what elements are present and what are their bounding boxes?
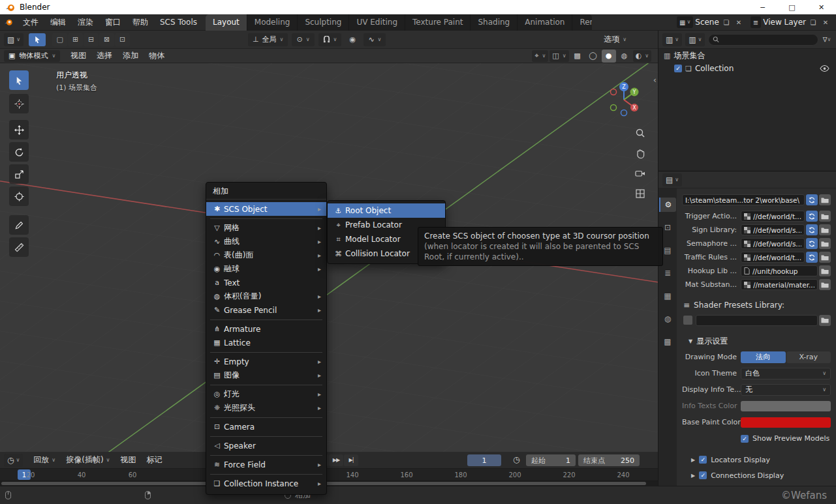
jump-to-end-button[interactable]: ▶|: [344, 454, 358, 466]
icon-theme-dropdown[interactable]: 白色∨: [741, 368, 831, 379]
browse-folder-button[interactable]: [819, 252, 831, 263]
connections-display-checkbox[interactable]: ✓: [699, 471, 707, 479]
editor-type-button[interactable]: ▧∨: [4, 33, 23, 46]
snap-toggle[interactable]: ∨: [318, 33, 342, 46]
box-select-tool[interactable]: [9, 70, 29, 90]
collection-label[interactable]: Collection: [695, 64, 734, 73]
pan-button[interactable]: [633, 146, 647, 160]
pivot-dropdown[interactable]: ⊙∨: [292, 33, 314, 46]
outliner-search[interactable]: [708, 34, 818, 46]
add-menu-item[interactable]: ▤图像▸: [206, 368, 326, 382]
workspace-tab[interactable]: UV Editing: [349, 14, 405, 31]
scene-collection-row[interactable]: ▥ 场景集合: [658, 49, 836, 62]
browse-folder-button[interactable]: [819, 279, 831, 290]
menubar-menu[interactable]: 帮助: [127, 14, 154, 30]
outliner-editor-button[interactable]: ▥∨: [662, 33, 682, 46]
add-menu-item[interactable]: ⋔Armature: [206, 322, 326, 336]
collection-checkbox[interactable]: ✓: [674, 65, 682, 72]
add-menu-item[interactable]: ◎灯光▸: [206, 387, 326, 401]
add-menu-item[interactable]: ❈光照探头▸: [206, 401, 326, 415]
measure-tool[interactable]: [9, 237, 29, 257]
select-mode-subtract[interactable]: ⊟: [84, 33, 99, 46]
workspace-tab[interactable]: Animation: [518, 14, 572, 31]
outliner-display-mode-dropdown[interactable]: ▥∨: [685, 33, 705, 46]
path-field[interactable]: //def/world/s...: [741, 238, 805, 249]
display-info-dropdown[interactable]: 无∨: [741, 384, 831, 396]
collection-row[interactable]: ✓ ❏ Collection: [658, 62, 836, 75]
path-field[interactable]: //def/world/t...: [741, 252, 805, 263]
preview-range-clock-icon[interactable]: ◷: [513, 455, 519, 464]
path-field[interactable]: //def/world/s...: [741, 224, 805, 235]
scs-submenu-item[interactable]: ⚓Root Object: [328, 203, 445, 218]
add-menu-item[interactable]: aText: [206, 276, 326, 289]
active-tool-button[interactable]: [29, 33, 46, 46]
zoom-button[interactable]: [633, 126, 647, 140]
shading-material-button[interactable]: ◍: [617, 50, 632, 63]
timeline-ruler[interactable]: 1 204060140160180200220240: [0, 469, 658, 481]
viewport-menu[interactable]: 视图: [65, 50, 91, 61]
sidebar-toggle-arrow[interactable]: ‹: [653, 75, 657, 85]
new-view-layer-button[interactable]: ❏: [808, 17, 818, 27]
select-mode-extend[interactable]: ⊞: [68, 33, 83, 46]
viewport-menu[interactable]: 选择: [91, 50, 117, 61]
select-mode-intersect[interactable]: ⊡: [115, 33, 130, 46]
annotate-tool[interactable]: [9, 215, 29, 235]
add-menu-item[interactable]: ◠表(曲)面▸: [206, 248, 326, 262]
falloff-dropdown[interactable]: ∿∨: [364, 33, 386, 46]
timeline-menu[interactable]: 视图: [115, 454, 141, 466]
view-layer-name[interactable]: View Layer: [763, 18, 806, 27]
path-field[interactable]: I:\steam\steam...tor 2\work\base\: [682, 194, 805, 205]
reload-library-button[interactable]: [806, 224, 818, 235]
path-field[interactable]: //unit/hookup: [741, 265, 818, 276]
drawing-mode-option[interactable]: X-ray: [786, 351, 831, 363]
menubar-menu[interactable]: 渲染: [72, 14, 99, 30]
add-menu-item[interactable]: ▽网格▸: [206, 221, 326, 235]
connections-display-expand[interactable]: ▶: [691, 473, 695, 479]
timeline-scrollbar[interactable]: [0, 481, 658, 486]
scene-collection-label[interactable]: 场景集合: [673, 50, 705, 61]
overlays-dropdown[interactable]: ◫∨: [550, 50, 568, 62]
next-keyframe-button[interactable]: ▶▶: [329, 454, 343, 466]
add-menu-item[interactable]: ◉融球▸: [206, 262, 326, 276]
locators-display-expand[interactable]: ▶: [691, 457, 695, 463]
scale-tool[interactable]: [9, 164, 29, 184]
reload-library-button[interactable]: [806, 252, 818, 263]
add-menu-item[interactable]: ✎Grease Pencil▸: [206, 303, 326, 317]
workspace-tab[interactable]: Sculpting: [298, 14, 349, 31]
menubar-menu[interactable]: 窗口: [99, 14, 127, 30]
timeline-editor-button[interactable]: ◷∨: [4, 454, 23, 467]
reload-library-button[interactable]: [806, 238, 818, 249]
path-field[interactable]: //def/world/t...: [741, 211, 805, 222]
add-menu-item[interactable]: ∿曲线▸: [206, 235, 326, 248]
shader-presets-toggle[interactable]: [683, 316, 692, 325]
proportional-editing-toggle[interactable]: ◉: [345, 33, 360, 46]
add-menu-item[interactable]: ◍体积(音量)▸: [206, 289, 326, 303]
move-tool[interactable]: [9, 120, 29, 140]
scene-tab[interactable]: ▦: [659, 289, 676, 303]
path-field[interactable]: //material/mater...: [741, 279, 818, 290]
viewport-menu[interactable]: 添加: [117, 50, 144, 61]
mode-dropdown[interactable]: ▣物体模式∨: [4, 50, 60, 62]
texture-tab[interactable]: ▩: [659, 334, 676, 349]
shader-presets-folder-button[interactable]: [819, 315, 831, 326]
rotate-tool[interactable]: [9, 142, 29, 162]
menubar-menu[interactable]: 文件: [17, 14, 44, 30]
base-paint-color-swatch[interactable]: [741, 417, 831, 428]
transform-tool[interactable]: [9, 186, 29, 206]
add-menu-item[interactable]: ◁Speaker: [206, 439, 326, 452]
gizmos-dropdown[interactable]: ⌖∨: [532, 50, 548, 62]
shading-wireframe-button[interactable]: ◯: [586, 50, 600, 63]
frame-start-field[interactable]: 起始1: [526, 454, 576, 466]
locators-display-checkbox[interactable]: ✓: [699, 456, 707, 464]
workspace-tab[interactable]: Texture Paint: [405, 14, 471, 31]
outliner-search-input[interactable]: [722, 35, 814, 44]
workspace-tab[interactable]: Shading: [471, 14, 518, 31]
view-layer-tab[interactable]: ≣: [659, 266, 676, 280]
timeline-menu[interactable]: 回放∨: [28, 454, 61, 466]
cursor-tool[interactable]: [9, 94, 29, 113]
navigation-gizmo[interactable]: Z Y X: [604, 80, 643, 119]
visibility-eye-icon[interactable]: [820, 65, 829, 72]
timeline-menu[interactable]: 标记: [141, 454, 167, 466]
browse-folder-button[interactable]: [819, 194, 831, 205]
options-dropdown[interactable]: 选项∨: [604, 34, 654, 45]
